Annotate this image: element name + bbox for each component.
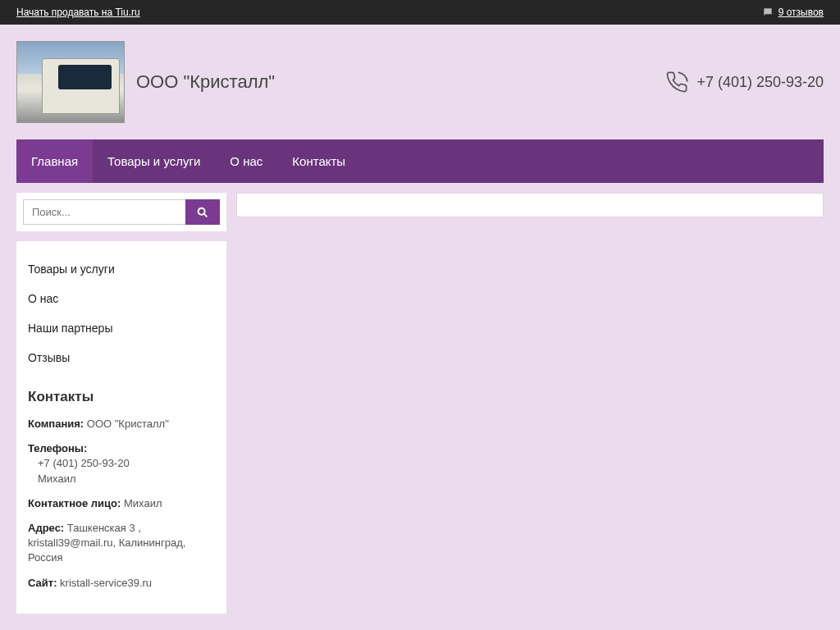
side-menu-item[interactable]: Отзывы (28, 343, 215, 372)
phone-icon (665, 71, 688, 94)
start-selling-link[interactable]: Начать продавать на Tiu.ru (16, 7, 140, 18)
svg-point-0 (199, 208, 205, 214)
phones-label: Телефоны: (28, 442, 87, 454)
side-menu-item[interactable]: Товары и услуги (28, 254, 215, 284)
search-icon (196, 206, 209, 219)
content: Товары и услуги О нас Наши партнеры Отзы… (0, 183, 840, 630)
reviews-icon (762, 7, 774, 18)
side-menu-item[interactable]: О нас (28, 284, 215, 313)
contacts-block: Контакты Компания: ООО "Кристалл" Телефо… (28, 389, 215, 591)
nav-about[interactable]: О нас (215, 139, 277, 183)
search-input[interactable] (23, 199, 185, 225)
phone-number: +7 (401) 250-93-20 (696, 74, 824, 91)
search-box (16, 193, 226, 231)
reviews-count[interactable]: 9 отзывов (778, 7, 824, 18)
nav-contacts[interactable]: Контакты (277, 139, 360, 183)
nav-home[interactable]: Главная (16, 139, 93, 183)
contact-person-label: Контактное лицо: (28, 497, 121, 509)
contact-phone-number: +7 (401) 250-93-20 (38, 457, 130, 469)
company-label: Компания: (28, 418, 84, 430)
side-menu: Товары и услуги О нас Наши партнеры Отзы… (28, 254, 215, 372)
topbar: Начать продавать на Tiu.ru 9 отзывов (0, 0, 840, 25)
main-content (236, 193, 824, 217)
site-value[interactable]: kristall-service39.ru (60, 577, 152, 589)
contact-person-value: Михаил (124, 497, 162, 509)
reviews-link[interactable]: 9 отзывов (762, 7, 824, 18)
address-label: Адрес: (28, 522, 64, 534)
header: ООО "Кристалл" +7 (401) 250-93-20 (0, 25, 840, 139)
search-button[interactable] (185, 199, 220, 225)
company-value: ООО "Кристалл" (87, 418, 169, 430)
header-left: ООО "Кристалл" (16, 41, 275, 123)
header-phone[interactable]: +7 (401) 250-93-20 (665, 71, 824, 94)
nav-products[interactable]: Товары и услуги (93, 139, 215, 183)
company-name: ООО "Кристалл" (136, 71, 275, 93)
company-logo[interactable] (16, 41, 125, 123)
svg-line-1 (204, 213, 208, 217)
main-nav: Главная Товары и услуги О нас Контакты (16, 139, 824, 183)
contact-phone-name: Михаил (38, 472, 76, 485)
side-menu-card: Товары и услуги О нас Наши партнеры Отзы… (16, 241, 226, 614)
side-menu-item[interactable]: Наши партнеры (28, 313, 215, 343)
site-label: Сайт: (28, 577, 57, 589)
contacts-heading: Контакты (28, 389, 215, 405)
sidebar: Товары и услуги О нас Наши партнеры Отзы… (16, 193, 226, 614)
